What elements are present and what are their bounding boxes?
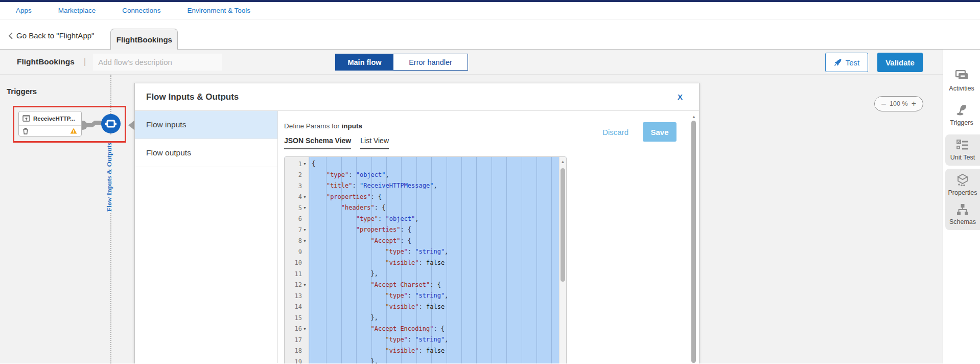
- editor-code-area[interactable]: { "type": "object", "title": "ReceiveHTT…: [309, 157, 566, 363]
- code-line: "headers": {: [312, 202, 566, 214]
- main-flow-button[interactable]: Main flow: [336, 54, 393, 70]
- http-trigger-icon: [22, 115, 30, 122]
- code-line: "Accept-Charset": {: [312, 280, 566, 291]
- panel-title: Flow Inputs & Outputs: [146, 92, 239, 102]
- code-line: },: [312, 356, 566, 363]
- code-line: "title": "ReceiveHTTPMessage",: [312, 180, 566, 192]
- go-back-link[interactable]: Go Back to "FlightApp": [8, 31, 94, 40]
- rocket-icon: [834, 58, 842, 66]
- trigger-card[interactable]: ReceiveHTTP...: [18, 111, 82, 136]
- chevron-left-icon: [8, 32, 13, 39]
- sidebar-item-activities[interactable]: Activities: [949, 70, 974, 92]
- flow-toolbar: FlightBookings | Main flow Error handler…: [0, 50, 943, 75]
- validate-button[interactable]: Validate: [877, 53, 923, 72]
- fold-arrow-icon[interactable]: ▾: [302, 162, 308, 166]
- code-line: "Accept-Encoding": {: [312, 324, 566, 335]
- code-line: "type": "string",: [312, 290, 566, 302]
- panel-scroll-thumb[interactable]: [691, 121, 696, 363]
- editor-scroll-thumb[interactable]: [561, 168, 565, 282]
- code-line: "type": "string",: [312, 246, 566, 258]
- nav-item-environment-tools[interactable]: Environment & Tools: [187, 7, 250, 14]
- tab-json-schema-view[interactable]: JSON Schema View: [284, 136, 351, 149]
- nav-item-apps[interactable]: Apps: [16, 7, 32, 14]
- trash-icon[interactable]: [22, 128, 29, 134]
- right-sidebar: Activities Triggers Unit: [943, 50, 980, 363]
- code-line: },: [312, 312, 566, 324]
- main-nav: Apps Marketplace Connections Environment…: [0, 2, 980, 19]
- fold-arrow-icon[interactable]: ▾: [302, 195, 308, 199]
- flow-io-node[interactable]: [101, 114, 121, 133]
- code-line: {: [312, 158, 566, 170]
- zoom-in-button[interactable]: +: [912, 99, 916, 108]
- code-line: "properties": {: [312, 224, 566, 236]
- panel-scroll-up-icon[interactable]: ▲: [690, 112, 697, 119]
- save-button[interactable]: Save: [643, 122, 676, 142]
- warning-icon: [70, 128, 77, 134]
- flow-io-node-icon: [105, 119, 117, 129]
- toolbar-divider: |: [84, 57, 86, 67]
- fold-arrow-icon[interactable]: ▾: [302, 327, 308, 331]
- activities-icon: [954, 70, 969, 82]
- sidebar-item-properties[interactable]: Properties: [948, 173, 977, 196]
- param-content: Define Params for inputs Discard Save JS…: [278, 111, 699, 363]
- flow-io-vertical-label[interactable]: Flow Inputs & Outputs: [105, 135, 114, 213]
- code-line: },: [312, 268, 566, 280]
- json-schema-editor[interactable]: 1 ▾ 2 ▾ 3: [284, 156, 567, 363]
- fold-arrow-icon[interactable]: ▾: [302, 206, 308, 210]
- code-line: "type": "object",: [312, 170, 566, 181]
- zoom-out-button[interactable]: –: [881, 99, 886, 108]
- unit-test-icon: [956, 139, 969, 151]
- editor-gutter: 1 ▾ 2 ▾ 3: [285, 157, 309, 363]
- go-back-label: Go Back to "FlightApp": [16, 31, 94, 40]
- code-line: "Accept": {: [312, 236, 566, 247]
- flow-segmented-control: Main flow Error handler: [335, 54, 468, 71]
- sidebar-group-unit-test: Unit Test: [945, 134, 980, 166]
- sidebar-item-triggers[interactable]: Triggers: [950, 103, 973, 126]
- error-handler-button[interactable]: Error handler: [393, 54, 468, 70]
- code-line: "properties": {: [312, 192, 566, 203]
- tab-bar: Go Back to "FlightApp" FlightBookings: [0, 19, 980, 50]
- flow-canvas[interactable]: Triggers ReceiveHTTP...: [0, 75, 943, 363]
- code-line: "type": "object",: [312, 214, 566, 225]
- tab-flightbookings[interactable]: FlightBookings: [110, 29, 178, 50]
- trigger-name: ReceiveHTTP...: [33, 116, 75, 122]
- param-list: Flow inputs Flow outputs: [135, 111, 278, 363]
- sidebar-item-unit-test[interactable]: Unit Test: [950, 139, 975, 161]
- fold-arrow-icon[interactable]: ▾: [302, 228, 308, 232]
- editor-scrollbar[interactable]: ▲: [559, 157, 566, 363]
- code-line: "visible": false: [312, 346, 566, 357]
- scroll-up-icon[interactable]: ▲: [559, 157, 566, 164]
- flow-description-input[interactable]: [93, 54, 222, 71]
- properties-icon: [956, 173, 969, 187]
- code-line: "visible": false: [312, 302, 566, 313]
- test-label: Test: [846, 58, 860, 67]
- triggers-section-label: Triggers: [7, 87, 37, 96]
- zoom-level: 100 %: [890, 100, 907, 107]
- fold-arrow-icon[interactable]: ▾: [302, 239, 308, 243]
- tab-flow-inputs[interactable]: Flow inputs: [135, 111, 277, 139]
- fold-arrow-icon[interactable]: ▾: [302, 283, 308, 287]
- zoom-control: – 100 % +: [874, 96, 923, 111]
- panel-scrollbar[interactable]: ▲: [690, 112, 697, 363]
- tab-list-view[interactable]: List View: [360, 136, 389, 149]
- schemas-icon: [956, 203, 969, 216]
- close-icon[interactable]: X: [678, 93, 683, 101]
- discard-button[interactable]: Discard: [602, 128, 628, 136]
- sidebar-item-schemas[interactable]: Schemas: [949, 203, 976, 225]
- flow-name: FlightBookings: [17, 57, 75, 66]
- nav-item-connections[interactable]: Connections: [122, 7, 160, 14]
- tab-flow-outputs[interactable]: Flow outputs: [135, 139, 277, 167]
- nav-item-marketplace[interactable]: Marketplace: [58, 7, 96, 14]
- flow-io-panel: Flow Inputs & Outputs X Flow inputs Flow…: [134, 83, 699, 363]
- test-button[interactable]: Test: [825, 53, 868, 72]
- code-line: "visible": false: [312, 258, 566, 269]
- sidebar-group-properties-schemas: Properties Schemas: [945, 169, 980, 230]
- triggers-icon: [955, 103, 968, 117]
- code-line: "type": "string",: [312, 334, 566, 346]
